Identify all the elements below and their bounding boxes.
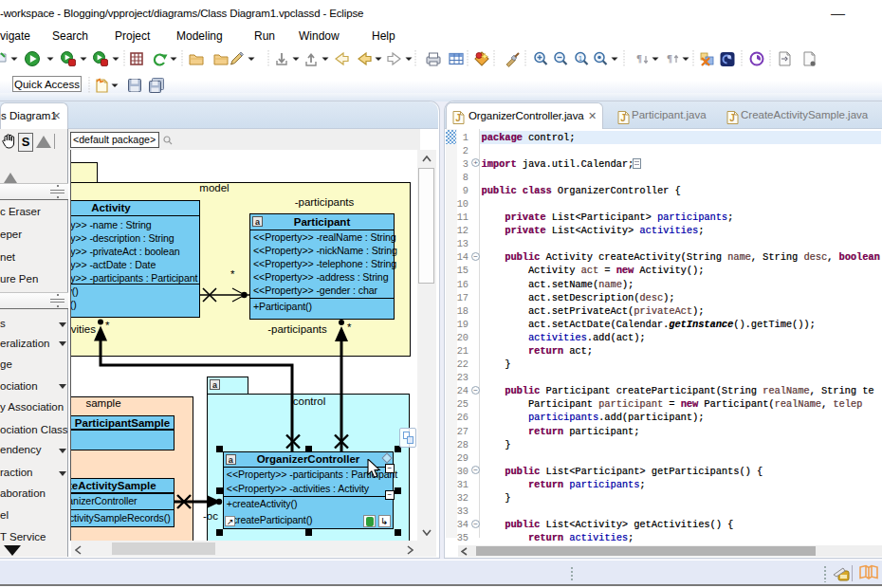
svg-text:¶: ¶ [667, 52, 672, 64]
svg-text:J: J [455, 113, 461, 123]
svg-text:J: J [620, 113, 626, 123]
svg-text:¶: ¶ [636, 52, 642, 64]
svg-text:J: J [729, 113, 735, 123]
svg-text:1: 1 [579, 55, 582, 62]
